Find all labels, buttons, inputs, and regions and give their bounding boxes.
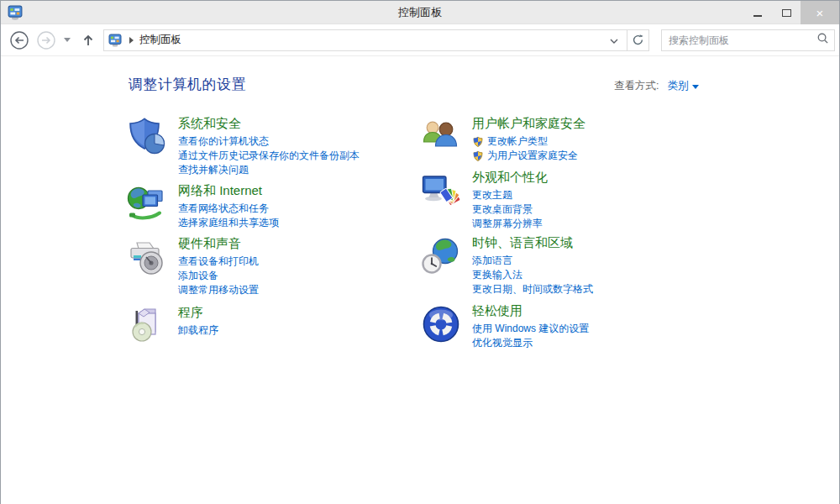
category-block-user-accounts: 用户帐户和家庭安全 更改帐户类型 为用户设置家庭安全 (421, 115, 585, 163)
category-link[interactable]: 更改主题 (472, 188, 548, 202)
breadcrumb-item-control-panel[interactable]: 控制面板 (139, 33, 605, 47)
category-block-network-internet: 网络和 Internet查看网络状态和任务选择家庭组和共享选项 (127, 182, 279, 230)
category-link[interactable]: 查看设备和打印机 (178, 255, 259, 269)
control-panel-icon (8, 5, 23, 20)
category-link[interactable]: 更改桌面背景 (472, 202, 548, 217)
category-text: 硬件和声音查看设备和打印机添加设备调整常用移动设置 (178, 235, 259, 297)
category-link[interactable]: 查看你的计算机状态 (178, 134, 360, 149)
view-by-control: 查看方式: 类别 (614, 79, 699, 93)
navigation-toolbar: 控制面板 (1, 24, 839, 56)
category-title-clock-language-region[interactable]: 时钟、语言和区域 (472, 234, 593, 251)
category-text: 网络和 Internet查看网络状态和任务选择家庭组和共享选项 (178, 182, 279, 230)
category-text: 外观和个性化更改主题更改桌面背景调整屏幕分辨率 (472, 169, 548, 231)
hardware-sound-icon[interactable] (127, 237, 167, 277)
search-input[interactable] (669, 34, 816, 46)
view-by-selector[interactable]: 类别 (667, 79, 699, 93)
title-bar: 控制面板 × (1, 1, 839, 24)
category-link[interactable]: 查找并解决问题 (178, 163, 360, 177)
category-title-network-internet[interactable]: 网络和 Internet (178, 182, 279, 199)
close-button[interactable]: × (801, 1, 839, 24)
category-text: 系统和安全查看你的计算机状态通过文件历史记录保存你的文件备份副本查找并解决问题 (178, 115, 360, 177)
search-icon[interactable] (816, 32, 829, 48)
category-link[interactable]: 添加设备 (178, 269, 259, 283)
page-title: 调整计算机的设置 (129, 75, 246, 94)
category-link[interactable]: 选择家庭组和共享选项 (178, 216, 279, 230)
window-title: 控制面板 (1, 5, 839, 20)
uac-shield-icon (472, 150, 484, 162)
category-title-user-accounts[interactable]: 用户帐户和家庭安全 (472, 115, 585, 132)
category-link[interactable]: 调整屏幕分辨率 (472, 217, 548, 231)
category-block-programs: 程序卸载程序 (127, 304, 218, 346)
category-link[interactable]: 更改帐户类型 (472, 134, 585, 149)
category-text: 程序卸载程序 (178, 304, 218, 346)
recent-pages-dropdown[interactable] (61, 38, 73, 42)
content-area: 调整计算机的设置 查看方式: 类别 系统和安全查看你的计算机状态通过文件历史记录… (1, 56, 839, 504)
back-button[interactable] (9, 30, 29, 50)
category-block-system-security: 系统和安全查看你的计算机状态通过文件历史记录保存你的文件备份副本查找并解决问题 (127, 115, 360, 177)
category-link[interactable]: 更换输入法 (472, 268, 593, 282)
category-title-ease-of-access[interactable]: 轻松使用 (472, 302, 589, 319)
category-link[interactable]: 为用户设置家庭安全 (472, 149, 585, 163)
category-text: 用户帐户和家庭安全 更改帐户类型 为用户设置家庭安全 (472, 115, 585, 163)
appearance-personalization-icon[interactable] (421, 171, 461, 211)
category-link[interactable]: 卸载程序 (178, 323, 218, 338)
address-dropdown-icon[interactable] (605, 33, 623, 48)
category-title-appearance-personalization[interactable]: 外观和个性化 (472, 169, 548, 186)
category-text: 轻松使用使用 Windows 建议的设置优化视觉显示 (472, 302, 589, 350)
chevron-down-icon (692, 85, 699, 89)
breadcrumb-chevron-icon[interactable] (129, 37, 134, 44)
category-link[interactable]: 优化视觉显示 (472, 336, 589, 350)
category-text: 时钟、语言和区域添加语言更换输入法更改日期、时间或数字格式 (472, 234, 593, 297)
user-accounts-icon[interactable] (421, 117, 461, 157)
up-button[interactable] (80, 32, 97, 49)
ease-of-access-icon[interactable] (421, 304, 461, 344)
category-link[interactable]: 通过文件历史记录保存你的文件备份副本 (178, 149, 360, 163)
address-bar[interactable]: 控制面板 (103, 29, 627, 51)
uac-shield-icon (472, 136, 484, 148)
control-panel-window: 控制面板 × (0, 0, 840, 504)
network-internet-icon[interactable] (127, 184, 167, 224)
programs-icon[interactable] (127, 306, 167, 346)
minimize-button[interactable] (743, 1, 772, 24)
category-title-hardware-sound[interactable]: 硬件和声音 (178, 235, 259, 252)
system-security-icon[interactable] (127, 117, 167, 157)
category-block-hardware-sound: 硬件和声音查看设备和打印机添加设备调整常用移动设置 (127, 235, 259, 297)
category-block-ease-of-access: 轻松使用使用 Windows 建议的设置优化视觉显示 (421, 302, 589, 350)
maximize-button[interactable] (772, 1, 801, 24)
category-link[interactable]: 调整常用移动设置 (178, 283, 259, 297)
category-block-appearance-personalization: 外观和个性化更改主题更改桌面背景调整屏幕分辨率 (421, 169, 548, 231)
category-link[interactable]: 更改日期、时间或数字格式 (472, 282, 593, 297)
view-by-label: 查看方式: (614, 79, 659, 93)
control-panel-breadcrumb-icon (108, 34, 122, 47)
category-link[interactable]: 添加语言 (472, 254, 593, 268)
clock-language-region-icon[interactable] (421, 236, 461, 276)
category-title-system-security[interactable]: 系统和安全 (178, 115, 360, 132)
category-link[interactable]: 查看网络状态和任务 (178, 202, 279, 216)
forward-button[interactable] (36, 30, 56, 50)
search-box (661, 29, 835, 51)
category-title-programs[interactable]: 程序 (178, 304, 218, 321)
category-block-clock-language-region: 时钟、语言和区域添加语言更换输入法更改日期、时间或数字格式 (421, 234, 593, 297)
category-link[interactable]: 使用 Windows 建议的设置 (472, 322, 589, 336)
refresh-button[interactable] (627, 29, 649, 51)
